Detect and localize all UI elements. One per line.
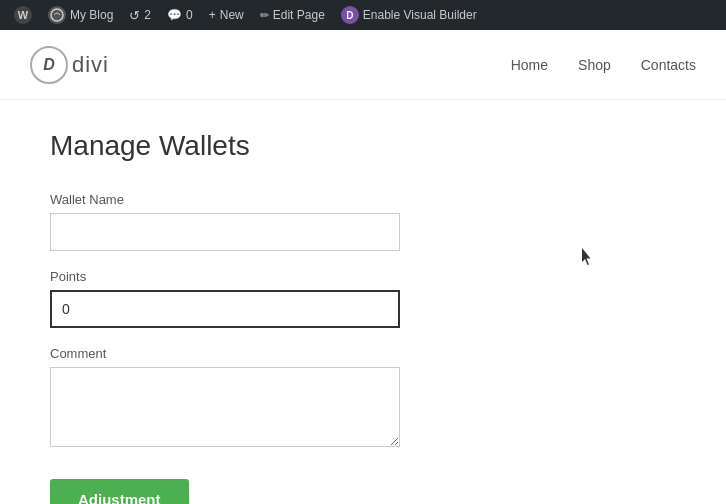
site-nav: Home Shop Contacts [511, 57, 696, 73]
svg-point-0 [51, 9, 63, 21]
admin-bar-new[interactable]: + New [201, 0, 252, 30]
divi-icon: D [341, 6, 359, 24]
nav-shop[interactable]: Shop [578, 57, 611, 73]
site-logo[interactable]: D divi [30, 46, 109, 84]
admin-bar-my-blog[interactable]: My Blog [40, 0, 121, 30]
wp-logo-icon: W [14, 6, 32, 24]
updates-icon: ↺ [129, 8, 140, 23]
admin-bar-updates[interactable]: ↺ 2 [121, 0, 159, 30]
logo-text: divi [72, 52, 109, 78]
points-group: Points [50, 269, 676, 328]
nav-contacts[interactable]: Contacts [641, 57, 696, 73]
logo-circle-icon: D [30, 46, 68, 84]
my-blog-icon [48, 6, 66, 24]
site-header: D divi Home Shop Contacts [0, 30, 726, 100]
adjustment-button[interactable]: Adjustment [50, 479, 189, 504]
comment-textarea[interactable] [50, 367, 400, 447]
wallet-name-input[interactable] [50, 213, 400, 251]
wallet-name-label: Wallet Name [50, 192, 676, 207]
edit-icon: ✏ [260, 9, 269, 22]
comments-icon: 💬 [167, 8, 182, 22]
comment-label: Comment [50, 346, 676, 361]
points-label: Points [50, 269, 676, 284]
nav-home[interactable]: Home [511, 57, 548, 73]
my-blog-label: My Blog [70, 8, 113, 22]
updates-count: 2 [144, 8, 151, 22]
logo-letter: D [43, 56, 55, 74]
admin-bar-divi[interactable]: D Enable Visual Builder [333, 0, 485, 30]
admin-bar-comments[interactable]: 💬 0 [159, 0, 201, 30]
divi-label: Enable Visual Builder [363, 8, 477, 22]
new-icon: + [209, 8, 216, 22]
page-title: Manage Wallets [50, 130, 676, 162]
new-label: New [220, 8, 244, 22]
points-input[interactable] [50, 290, 400, 328]
admin-bar-edit-page[interactable]: ✏ Edit Page [252, 0, 333, 30]
admin-bar: W My Blog ↺ 2 💬 0 + New ✏ Edit Page D En… [0, 0, 726, 30]
edit-page-label: Edit Page [273, 8, 325, 22]
comment-group: Comment [50, 346, 676, 451]
comments-count: 0 [186, 8, 193, 22]
wallet-name-group: Wallet Name [50, 192, 676, 251]
main-content: Manage Wallets Wallet Name Points Commen… [0, 100, 726, 504]
admin-bar-wp-logo[interactable]: W [6, 0, 40, 30]
